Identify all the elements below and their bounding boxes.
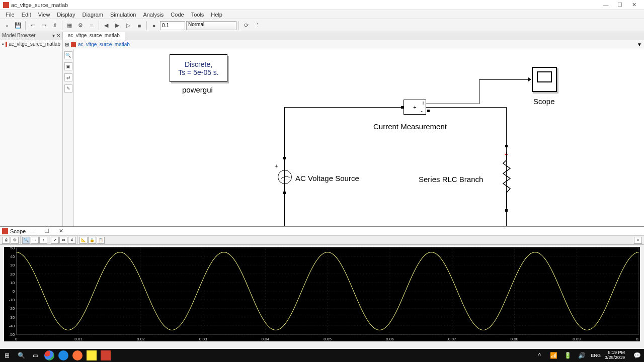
- menu-view[interactable]: View: [35, 12, 54, 18]
- chrome-icon[interactable]: [44, 350, 54, 360]
- model-browser-item[interactable]: ▪ ac_vltge_surce_matlab: [0, 40, 62, 48]
- scope-measure-icon[interactable]: 📐: [79, 237, 88, 244]
- tab-bar: ac_vltge_surce_matlab: [63, 32, 644, 40]
- tray-volume-icon[interactable]: 🔊: [577, 350, 587, 360]
- scope-maximize-button[interactable]: ☐: [40, 228, 54, 234]
- firefox-icon[interactable]: [72, 350, 83, 360]
- svg-text:20: 20: [10, 272, 15, 277]
- scope-close-button[interactable]: ✕: [54, 228, 68, 234]
- scope-block-label: Scope: [533, 97, 555, 106]
- menu-analysis[interactable]: Analysis: [139, 12, 167, 18]
- breadcrumb[interactable]: ac_vltge_surce_matlab: [78, 42, 130, 47]
- edge-icon[interactable]: [58, 350, 68, 360]
- new-model-button[interactable]: ▫: [2, 21, 12, 31]
- action-center-icon[interactable]: 💬: [632, 350, 642, 360]
- minimize-button[interactable]: —: [599, 2, 613, 8]
- menu-tools[interactable]: Tools: [188, 12, 208, 18]
- scope-zoom-x-icon[interactable]: ↔: [31, 237, 39, 244]
- tray-up-icon[interactable]: ^: [534, 350, 544, 360]
- scope-lock-icon[interactable]: 🔒: [88, 237, 96, 244]
- start-button[interactable]: ⊞: [2, 350, 12, 360]
- menu-simulation[interactable]: Simulation: [107, 12, 139, 18]
- wire: [284, 107, 285, 227]
- current-measurement-block[interactable]: + i -: [404, 100, 426, 115]
- port: [401, 106, 404, 109]
- series-rlc-branch-block[interactable]: [502, 152, 511, 208]
- save-button[interactable]: 💾: [13, 21, 23, 31]
- crumb-dropdown-icon[interactable]: ▼: [637, 42, 642, 47]
- scope-scale-x-icon[interactable]: ⇔: [59, 237, 67, 244]
- forward-button[interactable]: ⇒: [39, 21, 49, 31]
- menu-edit[interactable]: Edit: [18, 12, 35, 18]
- scope-snapshot-icon[interactable]: 📋: [97, 237, 105, 244]
- scope-settings-icon[interactable]: ⚙: [11, 237, 19, 244]
- menu-help[interactable]: Help: [207, 12, 226, 18]
- up-button[interactable]: ⇧: [50, 21, 60, 31]
- scope-zoom-icon[interactable]: 🔍: [22, 237, 30, 244]
- menu-code[interactable]: Code: [167, 12, 187, 18]
- svg-text:0.02: 0.02: [137, 337, 145, 341]
- scope-block[interactable]: [532, 67, 557, 92]
- close-button[interactable]: ✕: [627, 2, 641, 8]
- svg-text:-20: -20: [9, 306, 15, 311]
- ac-voltage-source-block[interactable]: [278, 170, 292, 184]
- svg-text:0.04: 0.04: [261, 337, 269, 341]
- powergui-block[interactable]: Discrete, Ts = 5e-05 s.: [170, 54, 227, 82]
- current-measurement-label: Current Measurement: [373, 122, 447, 131]
- menu-file[interactable]: File: [2, 12, 18, 18]
- back-button[interactable]: ⇐: [28, 21, 38, 31]
- library-browser-button[interactable]: ▦: [64, 21, 74, 31]
- scope-plot[interactable]: -50-40-30-20-100102030405000.010.020.030…: [4, 247, 640, 341]
- scope-minimize-button[interactable]: —: [26, 228, 40, 234]
- wire: [284, 107, 404, 108]
- scope-scale-y-icon[interactable]: ⇕: [68, 237, 76, 244]
- model-browser-title: Model Browser: [2, 33, 36, 39]
- scope-autoscale-icon[interactable]: ⤢: [51, 237, 59, 244]
- menu-display[interactable]: Display: [53, 12, 78, 18]
- step-back-button[interactable]: ◀: [101, 21, 111, 31]
- annotate-tool-icon[interactable]: ✎: [64, 84, 72, 93]
- svg-text:0: 0: [15, 337, 18, 341]
- scope-expand-icon[interactable]: »: [634, 237, 642, 244]
- record-button[interactable]: ●: [149, 21, 159, 31]
- sim-mode-select[interactable]: Normal: [186, 21, 236, 30]
- ac-voltage-source-label: AC Voltage Source: [295, 174, 359, 183]
- maximize-button[interactable]: ☐: [613, 2, 627, 8]
- hide-browser-icon[interactable]: ⊞: [65, 42, 69, 47]
- toolbar: ▫ 💾 ⇐ ⇒ ⇧ ▦ ⚙ ≡ ◀ ▶ ▷ ■ ● Normal ⟳ ⋮: [0, 19, 644, 32]
- tray-clock[interactable]: 8:19 PM 3/29/2019: [605, 350, 628, 360]
- cm-plus: +: [413, 104, 416, 110]
- pan-tool-icon[interactable]: ⇄: [64, 73, 72, 81]
- matlab-icon[interactable]: [101, 350, 111, 360]
- powergui-line1: Discrete,: [170, 60, 227, 68]
- svg-text:0.09: 0.09: [573, 337, 581, 341]
- svg-text:-50: -50: [9, 332, 15, 337]
- explorer-button[interactable]: ≡: [87, 21, 97, 31]
- model-tab[interactable]: ac_vltge_surce_matlab: [63, 32, 125, 40]
- zoom-tool-icon[interactable]: 🔍: [64, 51, 72, 59]
- tray-battery-icon[interactable]: 🔋: [562, 350, 573, 360]
- task-view-icon[interactable]: ▭: [30, 350, 40, 360]
- fast-restart-button[interactable]: ⟳: [241, 21, 251, 31]
- menu-diagram[interactable]: Diagram: [78, 12, 107, 18]
- search-icon[interactable]: 🔍: [16, 350, 26, 360]
- scope-app-icon: [2, 228, 8, 234]
- model-canvas[interactable]: Discrete, Ts = 5e-05 s. powergui Scope +…: [74, 49, 644, 226]
- tray-network-icon[interactable]: 📶: [548, 350, 558, 360]
- stop-button[interactable]: ■: [134, 21, 144, 31]
- scope-print-icon[interactable]: ⎙: [2, 237, 10, 244]
- tray-lang[interactable]: ENG: [591, 353, 601, 358]
- step-forward-button[interactable]: ▷: [123, 21, 133, 31]
- stop-time-input[interactable]: [160, 21, 185, 30]
- wire: [426, 104, 479, 104]
- svg-text:0.05: 0.05: [324, 337, 332, 341]
- model-browser-menu-icon[interactable]: ▾ ✕: [52, 33, 60, 39]
- crumb-model-icon: [71, 42, 76, 47]
- fit-tool-icon[interactable]: ▣: [64, 62, 72, 70]
- scope-zoom-y-icon[interactable]: ↕: [39, 237, 47, 244]
- run-button[interactable]: ▶: [112, 21, 122, 31]
- more-button[interactable]: ⋮: [252, 21, 262, 31]
- sticky-notes-icon[interactable]: [87, 350, 97, 360]
- simulink-app-icon: [3, 2, 9, 8]
- model-config-button[interactable]: ⚙: [75, 21, 86, 31]
